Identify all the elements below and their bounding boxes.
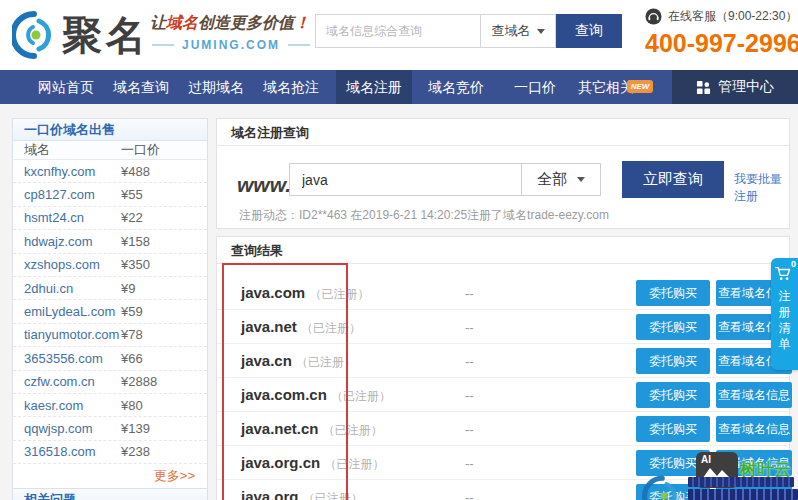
- buynow-table-body: kxcnfhy.com ¥488 cp8127.com ¥55 hsmt24.c…: [13, 160, 207, 464]
- buynow-price: ¥350: [121, 257, 150, 272]
- buynow-price: ¥59: [121, 304, 143, 319]
- buynow-row: kaesr.com ¥80: [13, 394, 207, 417]
- buynow-domain-link[interactable]: hsmt24.cn: [13, 210, 121, 225]
- result-status: （已注册）: [323, 423, 383, 437]
- result-status: （已注册）: [331, 389, 391, 403]
- result-status: （已注册）: [309, 287, 369, 301]
- search-category-select[interactable]: 查域名: [480, 14, 556, 48]
- nav-item-buynow[interactable]: 一口价: [511, 70, 559, 104]
- customer-service: 在线客服（9:00-22:30） 400-997-2996: [645, 8, 798, 58]
- register-list-tab[interactable]: 0 注册清单: [771, 258, 798, 370]
- new-badge: NEW: [627, 80, 653, 93]
- dashboard-icon: [696, 80, 711, 95]
- delegate-buy-button[interactable]: 委托购买: [636, 416, 710, 442]
- buynow-row: qqwjsp.com ¥139: [13, 417, 207, 440]
- result-status: （已注册）: [301, 321, 361, 335]
- result-row: java.com （已注册） -- 委托购买 查看域名信息: [217, 276, 789, 310]
- result-price: --: [465, 388, 474, 403]
- main-nav: 网站首页 域名查询 过期域名 域名抢注 域名注册 域名竞价 一口价 其它相关 N…: [0, 70, 798, 104]
- buynow-domain-link[interactable]: tianyumotor.com: [13, 327, 121, 342]
- result-domain: java.cn （已注册）: [241, 352, 356, 371]
- buynow-domain-link[interactable]: xzshops.com: [13, 257, 121, 272]
- buynow-row: hsmt24.cn ¥22: [13, 207, 207, 230]
- result-domain: java.com.cn （已注册）: [241, 386, 391, 405]
- related-questions-panel: 相关问题: [12, 488, 208, 500]
- result-price: --: [465, 286, 474, 301]
- view-domain-info-button[interactable]: 查看域名信息: [716, 416, 792, 442]
- buynow-row: hdwajz.com ¥158: [13, 230, 207, 253]
- buynow-row: tianyumotor.com ¥78: [13, 324, 207, 347]
- result-status: （已注册）: [303, 491, 363, 500]
- buynow-row: 2dhui.cn ¥9: [13, 277, 207, 300]
- buynow-domain-link[interactable]: 2dhui.cn: [13, 281, 121, 296]
- buynow-row: 3653556.com ¥66: [13, 347, 207, 370]
- related-questions-title: 相关问题: [13, 489, 207, 500]
- buynow-price: ¥488: [121, 164, 150, 179]
- register-activity-ticker: 注册动态：ID2**463 在2019-6-21 14:20:25注册了域名tr…: [239, 207, 609, 224]
- buynow-price: ¥158: [121, 234, 150, 249]
- result-price: --: [465, 354, 474, 369]
- nav-item-home[interactable]: 网站首页: [36, 70, 96, 104]
- results-panel-title: 查询结果: [217, 237, 789, 264]
- buynow-domain-link[interactable]: emiLydeaL.com: [13, 304, 121, 319]
- top-search-button[interactable]: 查询: [556, 14, 622, 48]
- buynow-price: ¥80: [121, 398, 143, 413]
- buynow-price: ¥9: [121, 281, 135, 296]
- service-phone-number: 400-997-2996: [645, 29, 798, 58]
- col-price: 一口价: [121, 141, 160, 159]
- buynow-price: ¥139: [121, 421, 150, 436]
- logo-text[interactable]: 聚名: [62, 8, 150, 63]
- nav-item-expired[interactable]: 过期域名: [186, 70, 246, 104]
- watermark-text-block: [688, 477, 794, 487]
- result-price: --: [465, 456, 474, 471]
- buynow-table-header: 域名 一口价: [13, 141, 207, 160]
- nav-item-manage-center[interactable]: 管理中心: [672, 70, 798, 104]
- nav-item-auction[interactable]: 域名竞价: [426, 70, 486, 104]
- result-domain: java.net （已注册）: [241, 318, 361, 337]
- www-prefix-label: www.: [237, 173, 291, 197]
- delegate-buy-button[interactable]: 委托购买: [636, 348, 710, 374]
- logo-tagline: 让域名创造更多价值！: [150, 13, 310, 34]
- buynow-row: 316518.com ¥238: [13, 441, 207, 464]
- register-list-tab-label: 注册清单: [778, 288, 792, 352]
- buynow-row: cp8127.com ¥55: [13, 183, 207, 206]
- cart-count-badge: 0: [791, 259, 796, 269]
- more-link[interactable]: 更多>>: [13, 464, 207, 488]
- buynow-price: ¥22: [121, 210, 143, 225]
- suffix-select[interactable]: 全部: [521, 163, 601, 196]
- nav-item-register-active[interactable]: 域名注册: [336, 70, 412, 104]
- delegate-buy-button[interactable]: 委托购买: [636, 382, 710, 408]
- delegate-buy-button[interactable]: 委托购买: [636, 280, 710, 306]
- result-domain: java.net.cn （已注册）: [241, 420, 383, 439]
- buynow-domain-link[interactable]: qqwjsp.com: [13, 421, 121, 436]
- buynow-domain-link[interactable]: 3653556.com: [13, 351, 121, 366]
- batch-register-link[interactable]: 我要批量注册: [734, 171, 789, 205]
- buynow-price: ¥55: [121, 187, 143, 202]
- nav-item-backorder[interactable]: 域名抢注: [261, 70, 321, 104]
- buynow-domain-link[interactable]: hdwajz.com: [13, 234, 121, 249]
- service-hours-label: 在线客服（9:00-22:30）: [668, 8, 797, 25]
- buynow-price: ¥66: [121, 351, 143, 366]
- buynow-row: xzshops.com ¥350: [13, 254, 207, 277]
- query-submit-button[interactable]: 立即查询: [622, 161, 724, 198]
- buynow-domain-link[interactable]: czfw.com.cn: [13, 374, 121, 389]
- top-search-input[interactable]: [315, 14, 480, 48]
- buynow-domains-panel: 一口价域名出售 域名 一口价 kxcnfhy.com ¥488 cp8127.c…: [12, 118, 208, 489]
- domain-query-input[interactable]: [289, 163, 521, 196]
- result-price: --: [465, 320, 474, 335]
- buynow-domain-link[interactable]: cp8127.com: [13, 187, 121, 202]
- top-search-bar: 查域名 查询: [315, 14, 622, 48]
- view-domain-info-button[interactable]: 查看域名信息: [716, 382, 792, 408]
- logo-site-url: JUMING.COM: [152, 38, 310, 52]
- result-domain: java.com （已注册）: [241, 284, 369, 303]
- result-domain: java.org.cn （已注册）: [241, 454, 384, 473]
- delegate-buy-button[interactable]: 委托购买: [636, 314, 710, 340]
- query-panel-title: 域名注册查询: [217, 119, 789, 146]
- buynow-domain-link[interactable]: kxcnfhy.com: [13, 164, 121, 179]
- nav-item-domain-query[interactable]: 域名查询: [111, 70, 171, 104]
- buynow-row: emiLydeaL.com ¥59: [13, 300, 207, 323]
- result-status: （已注册）: [324, 457, 384, 471]
- buynow-domain-link[interactable]: 316518.com: [13, 444, 121, 459]
- juming-logo-icon[interactable]: [12, 9, 60, 65]
- buynow-domain-link[interactable]: kaesr.com: [13, 398, 121, 413]
